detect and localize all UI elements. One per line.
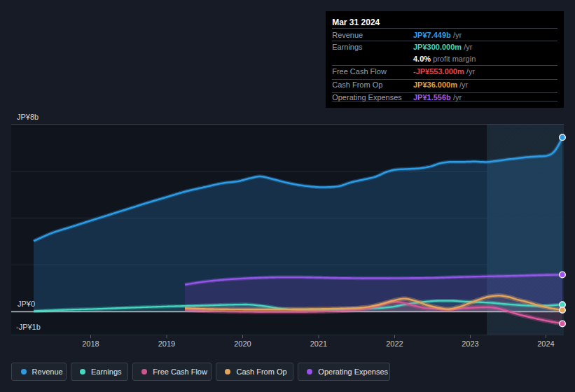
svg-text:JP¥8b: JP¥8b bbox=[17, 113, 39, 121]
svg-text:2023: 2023 bbox=[462, 340, 478, 348]
svg-text:2021: 2021 bbox=[310, 340, 327, 348]
svg-text:2022: 2022 bbox=[386, 340, 403, 348]
svg-text:2024: 2024 bbox=[537, 340, 554, 348]
svg-text:JP¥0: JP¥0 bbox=[18, 300, 35, 308]
svg-text:2019: 2019 bbox=[158, 340, 175, 348]
svg-text:-JP¥1b: -JP¥1b bbox=[16, 323, 41, 331]
svg-text:2020: 2020 bbox=[234, 340, 251, 348]
svg-text:2018: 2018 bbox=[82, 340, 99, 348]
